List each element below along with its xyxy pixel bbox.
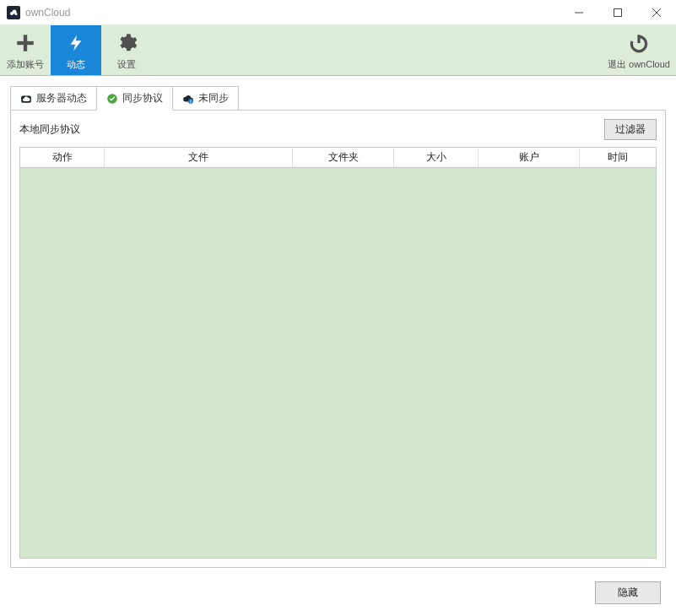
tab-pane: 本地同步协议 过滤器 动作 文件 文件夹 大小 账户 时间: [10, 110, 666, 568]
svg-point-2: [15, 13, 18, 15]
pane-header: 本地同步协议 过滤器: [19, 119, 657, 140]
power-icon: [628, 30, 650, 57]
svg-rect-8: [17, 41, 34, 45]
maximize-button[interactable]: [598, 0, 637, 25]
col-size[interactable]: 大小: [394, 148, 479, 167]
sync-table: 动作 文件 文件夹 大小 账户 时间: [19, 147, 657, 559]
app-icon: [7, 6, 20, 19]
titlebar: ownCloud: [0, 0, 676, 25]
tab-strip: 服务器动态 同步协议 i 未同步: [10, 86, 666, 110]
tab-sync-protocol[interactable]: 同步协议: [96, 86, 173, 111]
cloud-icon: [20, 93, 32, 105]
svg-rect-4: [614, 8, 622, 16]
col-folder[interactable]: 文件夹: [293, 148, 394, 167]
window-title: ownCloud: [25, 7, 70, 19]
sync-check-icon: [106, 93, 118, 105]
activity-button[interactable]: 动态: [51, 25, 101, 75]
col-time[interactable]: 时间: [580, 148, 656, 167]
table-body: [20, 168, 656, 558]
gear-icon: [116, 30, 138, 57]
hide-button[interactable]: 隐藏: [595, 581, 661, 604]
pane-title: 本地同步协议: [19, 122, 80, 137]
minimize-button[interactable]: [560, 0, 598, 25]
tab-server-activity[interactable]: 服务器动态: [10, 86, 97, 110]
toolbar-spacer: [152, 25, 602, 75]
tab-label: 同步协议: [122, 91, 163, 105]
footer: 隐藏: [0, 573, 676, 614]
quit-button[interactable]: 退出 ownCloud: [602, 25, 676, 75]
content-area: 服务器动态 同步协议 i 未同步 本地同步协议 过滤器 动作 文件 文件夹 大小: [0, 76, 676, 573]
settings-button[interactable]: 设置: [101, 25, 152, 75]
toolbar: 添加账号 动态 设置 退出 ownCloud: [0, 25, 676, 76]
close-button[interactable]: [637, 0, 676, 25]
tab-not-synced[interactable]: i 未同步: [172, 86, 239, 110]
filter-button[interactable]: 过滤器: [604, 119, 657, 140]
add-account-button[interactable]: 添加账号: [0, 25, 51, 75]
plus-icon: [14, 30, 36, 57]
col-account[interactable]: 账户: [479, 148, 580, 167]
col-action[interactable]: 动作: [20, 148, 105, 167]
lightning-icon: [67, 30, 85, 57]
table-header: 动作 文件 文件夹 大小 账户 时间: [20, 148, 656, 168]
tab-label: 服务器动态: [36, 91, 87, 105]
col-file[interactable]: 文件: [105, 148, 293, 167]
tab-label: 未同步: [198, 91, 229, 105]
window-controls: [560, 0, 676, 25]
svg-text:i: i: [190, 99, 191, 103]
cloud-info-icon: i: [182, 93, 194, 105]
